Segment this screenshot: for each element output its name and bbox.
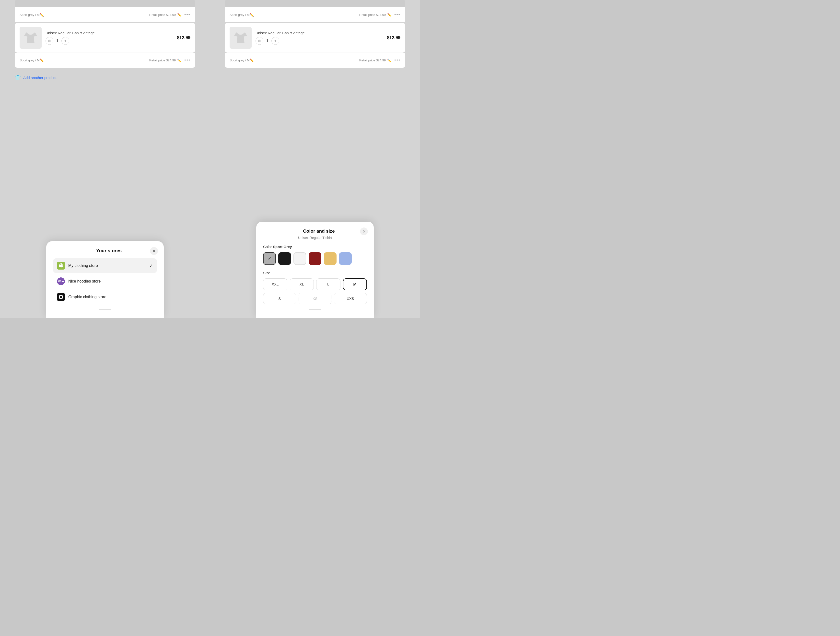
variant-text-2: Sport grey / M bbox=[20, 58, 39, 62]
color-size-modal: Color and size ✕ Unisex Regular T-shirt … bbox=[256, 222, 374, 318]
r-product-controls-1: 🗑 1 + bbox=[256, 37, 387, 45]
add-product-label: Add another product bbox=[23, 76, 57, 80]
color-swatch-red[interactable] bbox=[309, 252, 321, 265]
color-section: Color Sport Grey ✓ bbox=[263, 245, 367, 265]
r-edit-icon-3[interactable]: ✏️ bbox=[249, 58, 254, 62]
check-mark-sport-grey: ✓ bbox=[268, 256, 272, 261]
r-product-thumb-1 bbox=[230, 27, 252, 49]
color-size-modal-close-button[interactable]: ✕ bbox=[360, 227, 368, 235]
color-label-text: Color bbox=[263, 245, 273, 249]
r-quantity-1: 1 bbox=[266, 39, 268, 43]
edit-icon-4[interactable]: ✏️ bbox=[177, 58, 182, 62]
shopify-icon bbox=[57, 262, 65, 269]
store-name-nice-hoodies: Nice hoodies store bbox=[68, 279, 153, 283]
r-retail-price-text-2: Retail price $24.99 bbox=[359, 58, 386, 62]
left-panel: Sport grey / M ✏️ Retail price $24.99 ✏️… bbox=[0, 0, 210, 318]
size-btn-s[interactable]: S bbox=[263, 293, 296, 304]
selected-color-text: Sport Grey bbox=[273, 245, 292, 249]
tshirt-icon: 👕 bbox=[15, 75, 21, 80]
color-swatch-sport-grey[interactable]: ✓ bbox=[263, 252, 276, 265]
add-btn-1[interactable]: + bbox=[62, 37, 69, 45]
size-btn-m[interactable]: M bbox=[343, 279, 367, 290]
product-thumb-1 bbox=[20, 27, 42, 49]
quantity-1: 1 bbox=[56, 39, 58, 43]
edit-icon-1[interactable]: ✏️ bbox=[39, 13, 44, 17]
r-delete-btn-1[interactable]: 🗑 bbox=[256, 37, 264, 45]
r-edit-icon-4[interactable]: ✏️ bbox=[387, 58, 392, 62]
product-name-1: Unisex Regular T-shirt vintage bbox=[46, 31, 177, 35]
woo-icon-text: Woo bbox=[58, 280, 64, 283]
color-swatch-white[interactable] bbox=[294, 252, 306, 265]
product-controls-1: 🗑 1 + bbox=[46, 37, 177, 45]
edit-icon-2[interactable]: ✏️ bbox=[177, 13, 182, 17]
retail-price-text-1: Retail price $24.99 bbox=[149, 13, 176, 17]
r-variant-row-2: Sport grey / M ✏️ Retail price $24.99 ✏️… bbox=[230, 56, 400, 65]
r-product-row-1: Unisex Regular T-shirt vintage 🗑 1 + $12… bbox=[225, 23, 405, 53]
store-item-graphic-clothing[interactable]: Graphic clothing store bbox=[53, 290, 157, 304]
size-label: Size bbox=[263, 271, 367, 275]
size-btn-xxl[interactable]: XXL bbox=[263, 279, 287, 290]
size-btn-xxs[interactable]: XXS bbox=[334, 293, 367, 304]
stores-modal-close-button[interactable]: ✕ bbox=[150, 247, 158, 255]
size-btn-xs: XS bbox=[298, 293, 332, 304]
color-swatch-blue[interactable] bbox=[339, 252, 352, 265]
r-retail-price-text-1: Retail price $24.99 bbox=[359, 13, 386, 17]
r-product-info-1: Unisex Regular T-shirt vintage 🗑 1 + bbox=[256, 31, 387, 45]
scroll-indicator-right bbox=[309, 309, 321, 310]
color-size-subtitle: Unisex Regular T-shirt bbox=[263, 236, 367, 240]
more-icon-2[interactable]: ••• bbox=[184, 58, 190, 63]
store-item-nice-hoodies[interactable]: Woo Nice hoodies store bbox=[53, 274, 157, 289]
r-edit-icon-2[interactable]: ✏️ bbox=[387, 13, 392, 17]
more-icon-1[interactable]: ••• bbox=[184, 12, 190, 17]
product-row-1: Unisex Regular T-shirt vintage 🗑 1 + $12… bbox=[15, 23, 195, 53]
color-size-modal-header: Color and size ✕ bbox=[263, 228, 367, 234]
delete-btn-1[interactable]: 🗑 bbox=[46, 37, 54, 45]
size-btn-xl[interactable]: XL bbox=[290, 279, 314, 290]
r-variant-text-1: Sport grey / M bbox=[230, 13, 249, 17]
color-swatch-gold[interactable] bbox=[324, 252, 336, 265]
size-grid-row1: XXL XL L M bbox=[263, 279, 367, 290]
screen: Sport grey / M ✏️ Retail price $24.99 ✏️… bbox=[0, 0, 420, 318]
store-name-my-clothing: My clothing store bbox=[68, 263, 146, 268]
variant-text-1: Sport grey / M bbox=[20, 13, 39, 17]
right-product-list: Sport grey / M ✏️ Retail price $24.99 ✏️… bbox=[225, 0, 405, 68]
add-product-button[interactable]: 👕 Add another product bbox=[15, 72, 195, 83]
stores-modal-title: Your stores bbox=[61, 248, 157, 253]
color-swatches: ✓ bbox=[263, 252, 367, 265]
r-more-icon-2[interactable]: ••• bbox=[394, 58, 400, 63]
right-panel: Sport grey / M ✏️ Retail price $24.99 ✏️… bbox=[210, 0, 420, 318]
store-item-my-clothing[interactable]: My clothing store ✓ bbox=[53, 258, 157, 273]
scroll-indicator-left bbox=[99, 309, 111, 310]
size-btn-l[interactable]: L bbox=[316, 279, 341, 290]
left-product-list: Sport grey / M ✏️ Retail price $24.99 ✏️… bbox=[15, 0, 195, 83]
variant-row-1: Sport grey / M ✏️ Retail price $24.99 ✏️… bbox=[20, 10, 190, 19]
store-name-graphic-clothing: Graphic clothing store bbox=[68, 295, 153, 299]
stores-modal-header: Your stores ✕ bbox=[53, 248, 157, 253]
size-grid-row2: S XS XXS bbox=[263, 293, 367, 304]
color-swatch-black[interactable] bbox=[278, 252, 291, 265]
color-label: Color Sport Grey bbox=[263, 245, 367, 249]
r-product-price-1: $12.99 bbox=[387, 35, 400, 40]
edit-icon-3[interactable]: ✏️ bbox=[39, 58, 44, 62]
retail-price-text-2: Retail price $24.99 bbox=[149, 58, 176, 62]
check-icon-my-clothing: ✓ bbox=[149, 263, 153, 268]
r-product-name-1: Unisex Regular T-shirt vintage bbox=[256, 31, 387, 35]
r-variant-row-1: Sport grey / M ✏️ Retail price $24.99 ✏️… bbox=[230, 10, 400, 19]
product-price-1: $12.99 bbox=[177, 35, 190, 40]
square-icon-shape bbox=[59, 295, 63, 299]
stores-modal: Your stores ✕ My clothing store ✓ bbox=[46, 241, 164, 318]
color-size-modal-title: Color and size bbox=[271, 228, 367, 234]
size-section: Size XXL XL L M S XS XXS bbox=[263, 271, 367, 304]
r-edit-icon-1[interactable]: ✏️ bbox=[249, 13, 254, 17]
square-icon bbox=[57, 293, 65, 301]
store-list: My clothing store ✓ Woo Nice hoodies sto… bbox=[53, 258, 157, 304]
variant-row-2: Sport grey / M ✏️ Retail price $24.99 ✏️… bbox=[20, 56, 190, 65]
r-add-btn-1[interactable]: + bbox=[272, 37, 279, 45]
r-variant-text-2: Sport grey / M bbox=[230, 58, 249, 62]
r-more-icon-1[interactable]: ••• bbox=[394, 12, 400, 17]
product-info-1: Unisex Regular T-shirt vintage 🗑 1 + bbox=[46, 31, 177, 45]
woo-icon: Woo bbox=[57, 277, 65, 285]
